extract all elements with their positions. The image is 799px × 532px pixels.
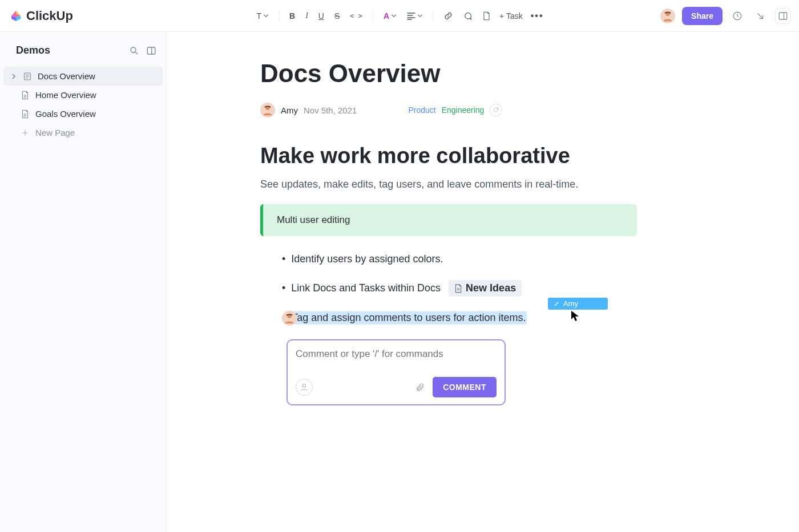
- linked-doc-chip[interactable]: New Ideas: [449, 280, 522, 297]
- page-button[interactable]: [481, 10, 491, 22]
- sidebar-new-page[interactable]: New Page: [3, 123, 163, 142]
- text-style-menu[interactable]: T: [255, 10, 269, 22]
- sidebar-item-label: Docs Overview: [38, 71, 95, 81]
- attach-button[interactable]: [415, 382, 425, 392]
- plus-icon: [21, 128, 30, 137]
- text-color-menu[interactable]: A: [382, 10, 397, 22]
- arrow-down-right-icon: [755, 11, 765, 21]
- bullet-item[interactable]: • Tag and assign comments to users for a…: [282, 311, 705, 324]
- svg-point-9: [302, 384, 305, 387]
- svg-rect-2: [779, 13, 787, 19]
- cursor-icon: [571, 310, 580, 322]
- svg-rect-4: [147, 47, 155, 54]
- bullet-icon: •: [282, 282, 285, 294]
- chevron-down-icon: [391, 13, 396, 18]
- author-name: Amy: [281, 105, 298, 115]
- subtext[interactable]: See updates, make edits, tag users, and …: [260, 178, 705, 190]
- page-icon: [23, 72, 32, 81]
- sidebar-title[interactable]: Demos: [16, 44, 50, 56]
- collapse-sidebar-button[interactable]: [146, 45, 157, 56]
- clock-icon: [732, 11, 742, 21]
- caret-right-icon: [11, 74, 17, 79]
- bullet-icon: •: [282, 253, 285, 265]
- svg-point-7: [497, 108, 498, 109]
- svg-point-3: [131, 47, 136, 52]
- page-icon: [21, 109, 30, 119]
- page-icon: [482, 11, 490, 21]
- page-icon: [454, 284, 462, 293]
- search-button[interactable]: [128, 45, 140, 56]
- comment-button[interactable]: [462, 10, 473, 22]
- user-avatar[interactable]: [660, 9, 675, 23]
- bullet-item[interactable]: • Identify users by assigned colors.: [282, 253, 705, 265]
- italic-button[interactable]: I: [304, 10, 309, 22]
- highlighted-text: Tag and assign comments to users for act…: [291, 311, 526, 324]
- toolbar-separator: [433, 10, 433, 22]
- logo-mark-icon: [9, 9, 23, 23]
- panel-icon: [146, 46, 156, 56]
- panel-toggle-button[interactable]: [775, 8, 791, 24]
- chevron-down-icon: [263, 13, 268, 18]
- toolbar-separator: [279, 10, 279, 22]
- link-icon: [443, 11, 453, 21]
- sidebar-item-goals-overview[interactable]: Goals Overview: [3, 104, 163, 123]
- code-button[interactable]: < >: [349, 11, 364, 21]
- sidebar-item-label: Goals Overview: [35, 109, 96, 119]
- presence-chip: Amy: [548, 298, 608, 310]
- bullet-item[interactable]: • Link Docs and Tasks within Docs New Id…: [282, 280, 705, 297]
- doc-meta: Amy Nov 5th, 2021 Product Engineering: [260, 103, 705, 117]
- paperclip-icon: [415, 382, 425, 392]
- doc-date: Nov 5th, 2021: [304, 105, 357, 115]
- add-tag-button[interactable]: [490, 104, 502, 116]
- sidebar-icon: [778, 11, 788, 21]
- sidebar-item-home-overview[interactable]: Home Overview: [3, 86, 163, 104]
- top-toolbar: ClickUp T B I U S < > A: [0, 0, 799, 32]
- presence-avatar: [282, 311, 297, 326]
- bold-button[interactable]: B: [288, 10, 296, 22]
- heading[interactable]: Make work more collaborative: [260, 144, 705, 168]
- sidebar-item-docs-overview[interactable]: Docs Overview: [3, 67, 163, 86]
- share-button[interactable]: Share: [682, 7, 723, 25]
- logo-text: ClickUp: [26, 9, 73, 23]
- comment-composer[interactable]: COMMENT: [286, 339, 506, 405]
- strikethrough-button[interactable]: S: [333, 10, 341, 22]
- document-editor[interactable]: Docs Overview Amy Nov 5th, 2021 Product …: [167, 32, 799, 532]
- align-left-icon: [406, 12, 415, 20]
- user-icon: [300, 383, 309, 392]
- search-icon: [129, 46, 139, 56]
- app-logo[interactable]: ClickUp: [9, 9, 73, 23]
- pencil-icon: [554, 300, 560, 307]
- underline-button[interactable]: U: [317, 10, 325, 22]
- tag-engineering[interactable]: Engineering: [442, 105, 485, 115]
- comment-icon: [463, 11, 472, 21]
- more-menu[interactable]: •••: [531, 11, 544, 21]
- comment-input[interactable]: [296, 348, 497, 360]
- add-task-button[interactable]: + Task: [499, 11, 523, 21]
- align-menu[interactable]: [405, 11, 423, 21]
- tag-product[interactable]: Product: [408, 105, 435, 115]
- comment-submit-button[interactable]: COMMENT: [433, 377, 497, 397]
- sidebar: Demos Docs Overview: [0, 32, 167, 532]
- toolbar-separator: [373, 10, 373, 22]
- export-button[interactable]: [752, 8, 768, 24]
- sidebar-item-label: New Page: [35, 128, 75, 137]
- page-icon: [21, 91, 30, 100]
- assign-user-button[interactable]: [296, 379, 313, 396]
- author-avatar[interactable]: [260, 103, 275, 117]
- history-button[interactable]: [729, 8, 745, 24]
- sidebar-item-label: Home Overview: [35, 90, 96, 100]
- tag-icon: [493, 107, 499, 113]
- link-button[interactable]: [442, 10, 454, 22]
- callout-block[interactable]: Multi user editing: [260, 204, 637, 236]
- chevron-down-icon: [417, 13, 422, 18]
- doc-title[interactable]: Docs Overview: [260, 59, 705, 88]
